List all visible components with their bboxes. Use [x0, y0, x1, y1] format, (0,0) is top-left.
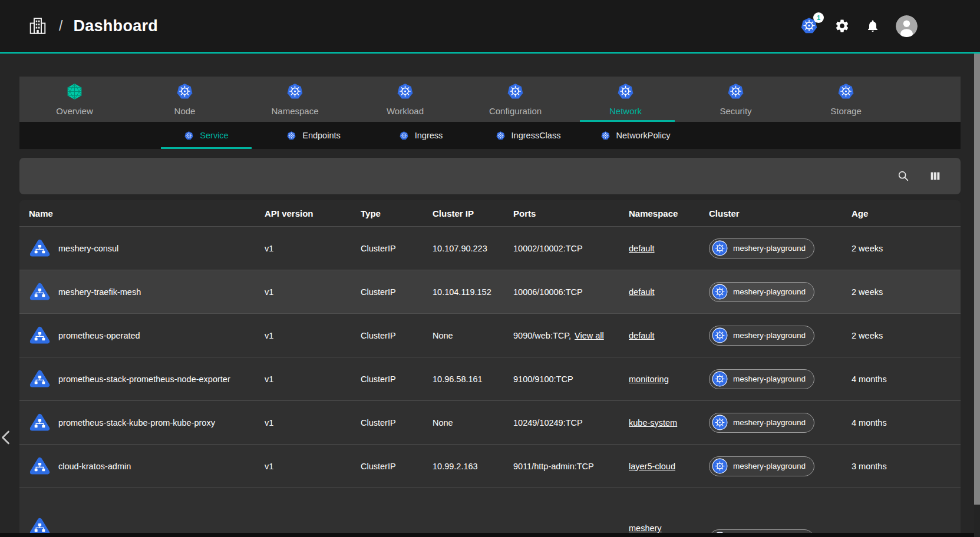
namespace-cell: kube-system [629, 418, 709, 427]
column-header-name: Name [29, 208, 265, 218]
cluster-chip[interactable]: meshery-playground [709, 456, 814, 476]
subtab-service[interactable]: Service [153, 122, 260, 149]
service-name: prometheus-stack-prometheus-node-exporte… [58, 374, 230, 384]
cluster-cell: meshery-playground [709, 326, 852, 346]
tab-configuration[interactable]: Configuration [460, 77, 570, 122]
cluster-chip[interactable]: meshery-playground [709, 282, 814, 302]
service-icon [29, 516, 51, 533]
kubernetes-context-switcher[interactable]: 1 [800, 16, 819, 35]
table-row[interactable]: meshery-consul v1 ClusterIP 10.107.90.22… [19, 226, 961, 270]
context-count-badge: 1 [813, 12, 824, 23]
cluster-chip[interactable]: meshery-playground [709, 238, 814, 258]
namespace-link[interactable]: default [629, 287, 655, 297]
scrollbar-track[interactable] [974, 54, 980, 537]
network-subtabs: Service Endpoints Ingress IngressClass N… [19, 122, 961, 149]
age-cell: 2 weeks [852, 287, 961, 297]
notifications-button[interactable] [866, 19, 880, 33]
type-cell: ClusterIP [361, 374, 433, 384]
type-cell: ClusterIP [361, 287, 433, 297]
cluster-chip[interactable]: meshery-playground [709, 326, 814, 346]
meshery-logo-icon [65, 82, 84, 101]
namespace-cell: default [629, 287, 709, 297]
namespace-cell: default [629, 244, 709, 253]
ports-cell: 10002/10002:TCP [513, 244, 629, 253]
table-row[interactable]: meshery-traefik-mesh v1 ClusterIP 10.104… [19, 270, 961, 313]
cluster-chip[interactable]: meshery-playground [709, 413, 814, 433]
type-cell: ClusterIP [361, 331, 433, 340]
api-version-cell: v1 [265, 374, 361, 384]
tab-node[interactable]: Node [130, 77, 240, 122]
namespace-cell: monitoring [629, 374, 709, 384]
bell-icon [866, 19, 880, 33]
collapse-panel-chevron[interactable] [1, 429, 10, 446]
age-cell: 2 weeks [852, 244, 961, 253]
table-row[interactable]: prometheus-stack-kube-prom-kube-proxy v1… [19, 400, 961, 444]
namespace-link[interactable]: layer5-cloud [629, 462, 675, 471]
table-row[interactable]: prometheus-operated v1 ClusterIP None 90… [19, 313, 961, 357]
services-table: NameAPI versionTypeCluster IPPortsNamesp… [19, 200, 961, 537]
scrollbar-thumb[interactable] [974, 54, 980, 505]
namespace-link[interactable]: meshery [629, 523, 662, 533]
kubernetes-icon [176, 82, 194, 101]
cluster-cell: meshery-playground [709, 282, 852, 302]
subtab-endpoints[interactable]: Endpoints [260, 122, 367, 149]
namespace-link[interactable]: default [629, 331, 655, 340]
table-row[interactable]: prometheus-stack-prometheus-node-exporte… [19, 357, 961, 400]
search-icon [897, 170, 910, 183]
subtab-networkpolicy[interactable]: NetworkPolicy [582, 122, 689, 149]
type-cell: ClusterIP [361, 462, 433, 471]
api-version-cell: v1 [265, 331, 361, 340]
age-cell: 3 months [852, 462, 961, 471]
cluster-ip-cell: 10.104.119.152 [433, 287, 513, 297]
tab-network[interactable]: Network [570, 77, 681, 122]
column-header-namespace: Namespace [629, 208, 709, 218]
cluster-cell: meshery-playground [709, 456, 852, 476]
tab-workload[interactable]: Workload [350, 77, 460, 122]
namespace-link[interactable]: default [629, 244, 655, 253]
chevron-left-icon [1, 429, 10, 446]
view-all-ports-link[interactable]: View all [575, 331, 604, 340]
api-version-cell: v1 [265, 462, 361, 471]
view-columns-button[interactable] [929, 170, 942, 183]
kubernetes-icon [712, 371, 728, 387]
tab-namespace[interactable]: Namespace [240, 77, 350, 122]
ports-cell: 10006/10006:TCP [513, 287, 629, 297]
column-header-age: Age [852, 208, 961, 218]
cluster-chip[interactable]: meshery-playground [709, 369, 814, 389]
tab-security[interactable]: Security [681, 77, 791, 122]
ports-cell: 9090/web:TCP,View all [513, 331, 629, 340]
kubernetes-icon [184, 131, 194, 141]
service-icon [29, 237, 51, 259]
tab-overview[interactable]: Overview [19, 77, 130, 122]
organization-building-icon[interactable] [27, 15, 48, 37]
api-version-cell: v1 [265, 244, 361, 253]
breadcrumb-separator: / [59, 18, 62, 34]
namespace-link[interactable]: monitoring [629, 374, 669, 384]
columns-icon [929, 170, 942, 183]
table-row-partial[interactable]: meshery meshery-playground [19, 488, 961, 533]
kubernetes-icon [727, 82, 745, 101]
namespace-link[interactable]: kube-system [629, 418, 677, 427]
type-cell: ClusterIP [361, 244, 433, 253]
search-button[interactable] [897, 170, 910, 183]
service-icon [29, 412, 51, 433]
tab-storage[interactable]: Storage [791, 77, 901, 122]
kubernetes-icon [712, 415, 728, 430]
ports-cell: 9100/9100:TCP [513, 374, 629, 384]
kubernetes-icon [712, 284, 728, 300]
kubernetes-icon [506, 82, 524, 101]
subtab-ingressclass[interactable]: IngressClass [474, 122, 582, 149]
app-bar: / Dashboard 1 [0, 0, 980, 52]
user-avatar[interactable] [896, 15, 918, 37]
page-title: Dashboard [73, 17, 158, 35]
kubernetes-icon [286, 82, 304, 101]
kubernetes-icon [712, 458, 728, 474]
service-icon [29, 368, 51, 390]
column-header-api-version: API version [265, 208, 361, 218]
cluster-ip-cell: 10.96.58.161 [433, 374, 513, 384]
kubernetes-icon [286, 131, 296, 141]
service-icon [29, 281, 51, 303]
table-row[interactable]: cloud-kratos-admin v1 ClusterIP 10.99.2.… [19, 444, 961, 488]
subtab-ingress[interactable]: Ingress [367, 122, 474, 149]
settings-button[interactable] [834, 18, 850, 34]
